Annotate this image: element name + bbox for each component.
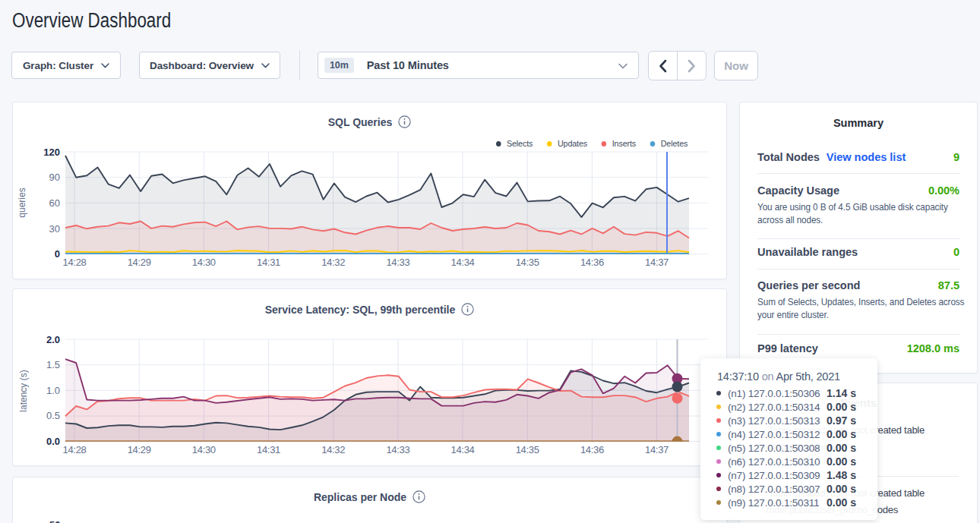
svg-text:90: 90: [49, 172, 60, 183]
svg-text:14:31: 14:31: [257, 257, 280, 268]
svg-text:14:37: 14:37: [645, 257, 669, 268]
svg-text:2.0: 2.0: [46, 334, 60, 345]
svg-text:1.5: 1.5: [46, 359, 60, 370]
svg-text:14:30: 14:30: [192, 444, 216, 455]
svg-text:14:33: 14:33: [386, 444, 409, 455]
svg-text:0.5: 0.5: [46, 410, 60, 421]
svg-text:30: 30: [49, 223, 60, 235]
svg-text:14:29: 14:29: [128, 257, 151, 268]
svg-text:0: 0: [55, 248, 60, 260]
svg-text:14:28: 14:28: [62, 257, 86, 268]
svg-text:14:31: 14:31: [257, 444, 280, 455]
svg-text:14:29: 14:29: [128, 444, 151, 455]
svg-text:14:28: 14:28: [62, 444, 86, 455]
svg-text:14:37: 14:37: [645, 444, 669, 455]
svg-text:14:36: 14:36: [580, 444, 604, 455]
svg-text:14:32: 14:32: [321, 444, 345, 455]
svg-text:14:34: 14:34: [450, 257, 474, 268]
svg-text:14:33: 14:33: [386, 257, 409, 268]
svg-text:14:35: 14:35: [516, 444, 539, 455]
svg-text:120: 120: [43, 147, 60, 158]
svg-text:14:32: 14:32: [321, 257, 345, 268]
svg-text:0.0: 0.0: [46, 436, 60, 447]
svg-text:1.0: 1.0: [46, 385, 60, 396]
svg-text:14:30: 14:30: [192, 257, 216, 268]
svg-text:14:35: 14:35: [516, 257, 539, 268]
svg-text:60: 60: [49, 197, 60, 209]
svg-text:14:36: 14:36: [580, 257, 604, 268]
svg-text:14:34: 14:34: [450, 444, 474, 455]
